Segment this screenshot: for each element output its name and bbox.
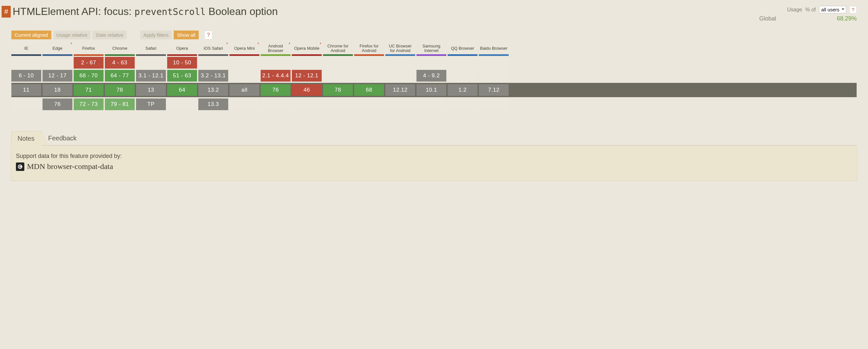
browser-underline: [261, 54, 290, 56]
tab-notes[interactable]: Notes: [11, 131, 42, 146]
version-cell[interactable]: 3.2 - 13.1: [198, 70, 228, 82]
browser-header[interactable]: Android Browser*: [261, 42, 290, 54]
browser-header[interactable]: iOS Safari*: [198, 42, 228, 54]
browser-header[interactable]: Chrome for Android: [323, 42, 353, 54]
browser-underline: [292, 54, 322, 56]
version-cell[interactable]: 12 - 17: [42, 70, 72, 82]
version-cell[interactable]: 18: [42, 84, 72, 96]
version-cell[interactable]: 12 - 12.1: [292, 70, 322, 82]
date-relative-button[interactable]: Date relative: [93, 31, 126, 39]
empty-cell: [11, 57, 41, 68]
empty-cell: [261, 57, 290, 68]
empty-cell: [385, 70, 415, 82]
mdn-icon: [16, 163, 24, 171]
empty-cell: [229, 98, 259, 110]
browser-underline: [198, 54, 228, 56]
apply-filters-button[interactable]: Apply filters: [140, 31, 172, 39]
version-cell[interactable]: 10 - 50: [167, 57, 197, 68]
version-cell[interactable]: 11: [11, 84, 41, 96]
browser-underline: [447, 54, 477, 56]
version-cell[interactable]: 3.1 - 12.1: [136, 70, 166, 82]
browser-underline: [11, 54, 41, 56]
empty-cell: [292, 57, 322, 68]
note-star-icon: *: [288, 42, 290, 47]
browser-header[interactable]: Firefox: [74, 42, 103, 54]
empty-cell: [479, 98, 509, 110]
note-star-icon: *: [226, 42, 228, 47]
empty-cell: [323, 98, 353, 110]
provided-by-text: Support data for this feature provided b…: [16, 153, 850, 159]
show-all-button[interactable]: Show all: [174, 31, 199, 39]
browser-header[interactable]: IE: [11, 42, 41, 54]
empty-cell: [354, 57, 384, 68]
version-cell[interactable]: 78: [323, 84, 353, 96]
version-cell[interactable]: 13.3: [198, 98, 228, 110]
mdn-link[interactable]: MDN browser-compat-data: [16, 162, 850, 171]
version-cell[interactable]: 10.1: [416, 84, 446, 96]
version-cell[interactable]: all: [229, 84, 259, 96]
empty-cell: [136, 57, 166, 68]
empty-cell: [354, 98, 384, 110]
version-cell[interactable]: 4 - 9.2: [416, 70, 446, 82]
version-cell[interactable]: 64: [167, 84, 197, 96]
browser-header[interactable]: Edge*: [42, 42, 72, 54]
usage-relative-button[interactable]: Usage relative: [53, 31, 91, 39]
version-cell[interactable]: 51 - 63: [167, 70, 197, 82]
browser-header[interactable]: Firefox for Android: [354, 42, 384, 54]
browser-header[interactable]: QQ Browser: [447, 42, 477, 54]
version-cell[interactable]: 1.2: [447, 84, 477, 96]
empty-cell: [42, 57, 72, 68]
usage-help-button[interactable]: ?: [849, 6, 857, 13]
version-cell[interactable]: 79 - 81: [105, 98, 135, 110]
browser-header[interactable]: Opera Mobile*: [292, 42, 322, 54]
version-cell[interactable]: 12.12: [385, 84, 415, 96]
version-cell[interactable]: 4 - 63: [105, 57, 135, 68]
version-cell[interactable]: 13: [136, 84, 166, 96]
version-cell[interactable]: 76: [261, 84, 290, 96]
version-cell[interactable]: 7.12: [479, 84, 509, 96]
empty-cell: [479, 57, 509, 68]
tabs: Notes Feedback: [11, 131, 857, 146]
browser-underline: [354, 54, 384, 56]
version-cell[interactable]: 46: [292, 84, 322, 96]
browser-header[interactable]: Samsung Internet: [416, 42, 446, 54]
version-cell[interactable]: 13.2: [198, 84, 228, 96]
controls-help-button[interactable]: ?: [205, 31, 212, 39]
version-cell[interactable]: 2.1 - 4.4.4: [261, 70, 290, 82]
browser-underline: [167, 54, 197, 56]
page-title: HTMLElement API: focus: preventScroll Bo…: [13, 5, 759, 18]
view-controls: Current aligned Usage relative Date rela…: [11, 31, 857, 39]
version-cell[interactable]: 78: [105, 84, 135, 96]
empty-cell: [447, 70, 477, 82]
browser-header[interactable]: Safari: [136, 42, 166, 54]
browser-header[interactable]: UC Browser for Android: [385, 42, 415, 54]
note-star-icon: *: [70, 42, 72, 47]
note-star-icon: *: [257, 42, 259, 47]
hash-badge[interactable]: #: [2, 6, 11, 18]
global-label: Global: [759, 15, 776, 22]
browser-header[interactable]: Opera: [167, 42, 197, 54]
browser-underline: [385, 54, 415, 56]
version-cell[interactable]: 64 - 77: [105, 70, 135, 82]
version-cell[interactable]: 68: [354, 84, 384, 96]
browser-header[interactable]: Chrome: [105, 42, 135, 54]
browser-header[interactable]: Opera Mini*: [229, 42, 259, 54]
version-cell[interactable]: 6 - 10: [11, 70, 41, 82]
empty-cell: [292, 98, 322, 110]
version-cell[interactable]: 72 - 73: [74, 98, 103, 110]
empty-cell: [447, 98, 477, 110]
users-select[interactable]: all users: [819, 6, 846, 13]
version-cell[interactable]: 68 - 70: [74, 70, 103, 82]
support-matrix: IEEdge*FirefoxChromeSafariOperaiOS Safar…: [11, 42, 857, 112]
title-code: preventScroll: [134, 6, 206, 17]
browser-header[interactable]: Baidu Browser: [479, 42, 509, 54]
version-cell[interactable]: 2 - 67: [74, 57, 103, 68]
empty-cell: [261, 98, 290, 110]
title-prefix: HTMLElement API: focus:: [13, 5, 134, 17]
tab-feedback[interactable]: Feedback: [42, 131, 84, 145]
version-cell[interactable]: TP: [136, 98, 166, 110]
version-cell[interactable]: 71: [74, 84, 103, 96]
version-cell[interactable]: 76: [42, 98, 72, 110]
browser-underline: [479, 54, 509, 56]
current-aligned-button[interactable]: Current aligned: [11, 31, 51, 39]
